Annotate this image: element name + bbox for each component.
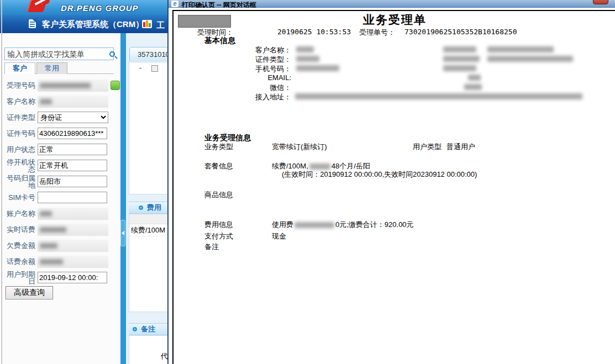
customer-sidebar: 客户 常用 受理号码 客户名称 证件类型 身份证 (2, 33, 120, 364)
package-validity: (生效时间：20190912 00:00:00,失效时间20230912 00:… (282, 170, 477, 180)
chart-icon (142, 20, 152, 28)
sidebar-tabs: 客户 常用 (4, 62, 114, 74)
expiry-input[interactable] (38, 272, 107, 283)
radio-ring-icon (133, 327, 137, 331)
remark-label: 备注 (204, 242, 219, 252)
row-label: 手机号码： (174, 64, 291, 74)
dialog-title-bar[interactable]: e 打印确认页 -- 网页对话框 (169, 0, 615, 8)
document-icon (29, 19, 36, 28)
accept-time-value: 20190625 10:53:53 (277, 28, 351, 36)
field-label: 欠费金额 (3, 242, 38, 249)
pay-label: 支付方式 (204, 231, 233, 241)
field-label: 停开机状态 (3, 159, 38, 173)
field-label: 用户到期日 (3, 271, 38, 285)
screen: DR.PENG GROUP 客户关系管理系统（CRM） 工 客户 常用 受理号码 (0, 0, 615, 364)
nav-item-partial[interactable]: 工 (156, 20, 165, 31)
field-row-customer-name: 客户名称 (3, 93, 119, 109)
redacted-value (38, 80, 108, 92)
pay-value: 现金 (272, 231, 286, 241)
field-row-expiry: 用户到期日 (3, 270, 119, 286)
customer-fields: 受理号码 客户名称 证件类型 身份证 证件号码 (3, 77, 119, 286)
collapse-sidebar-handle[interactable] (120, 220, 125, 246)
cert-type-select[interactable]: 身份证 (38, 112, 108, 123)
lookup-button[interactable] (111, 81, 120, 90)
small-toggle-icon[interactable] (151, 65, 158, 72)
cert-no-input[interactable] (38, 128, 107, 139)
workspace-panel: - (129, 62, 169, 194)
redacted-text (443, 65, 476, 71)
field-row-balance: 话费余额 (3, 254, 119, 270)
business-type-value: 宽带续订(新续订) (272, 142, 327, 152)
redacted-text (464, 84, 482, 90)
power-status-input[interactable] (38, 160, 107, 171)
redacted-value (38, 224, 108, 236)
user-status-input[interactable] (38, 144, 107, 155)
redacted-text (295, 222, 334, 228)
ie-icon: e (171, 1, 178, 7)
user-type-label: 用户类型 (413, 142, 441, 152)
field-label: 受理号码 (3, 82, 38, 89)
field-label: 证件类型 (3, 114, 38, 121)
field-row-cert-type: 证件类型 身份证 (3, 109, 119, 125)
note-section-label: 备注 (141, 324, 155, 334)
workspace-tab[interactable]: 35731010 (129, 47, 169, 61)
drpeng-logo-icon (29, 0, 57, 13)
print-dialog: e 打印确认页 -- 网页对话框 业务受理单 受理时间： 20190625 10… (167, 0, 615, 364)
field-row-accept-no: 受理号码 (3, 77, 119, 93)
minus-label: - (139, 64, 141, 72)
menu-search-input[interactable] (5, 50, 109, 59)
note-section-header[interactable]: 备注 (129, 323, 169, 335)
row-label: 证件类型： (174, 55, 291, 65)
accept-no-label: 受理单号： (359, 28, 395, 38)
field-row-user-status: 用户状态 (3, 141, 119, 157)
business-type-label: 业务类型 (204, 142, 233, 152)
search-icon (109, 51, 115, 57)
note-panel: 代 (129, 335, 169, 364)
field-row-account-name: 账户名称 (3, 205, 119, 221)
number-region-input[interactable] (38, 176, 107, 187)
redacted-text (487, 46, 554, 52)
accept-no-value: 73020190625105352B10168250 (404, 28, 517, 36)
redacted-text (296, 46, 314, 52)
field-row-power-status: 停开机状态 (3, 157, 119, 173)
tab-common[interactable]: 常用 (36, 62, 67, 74)
redacted-text (296, 65, 339, 71)
receipt-print-area: 业务受理单 受理时间： 20190625 10:53:53 受理单号： 7302… (172, 10, 615, 364)
fee-section-header[interactable]: 费用 (129, 202, 169, 214)
redacted-value (38, 96, 108, 108)
fee-section-label: 费用 (147, 203, 161, 213)
field-label: 用户状态 (3, 146, 38, 153)
redacted-value (38, 208, 108, 220)
row-label: EMAIL: (174, 73, 291, 82)
package-label: 套餐信息 (204, 161, 233, 171)
menu-search-box (4, 48, 114, 60)
window-frame-edge (1, 0, 2, 364)
logo-text: DR.PENG GROUP (61, 3, 139, 13)
field-label: 账户名称 (3, 210, 38, 217)
fee-list-row[interactable]: 续费/100M (129, 224, 169, 236)
row-label: 接入地址： (174, 92, 291, 102)
field-label: 客户名称 (3, 98, 38, 105)
redacted-text (487, 56, 573, 62)
field-label: SIM卡号 (3, 194, 38, 201)
advanced-search-button[interactable]: 高级查询 (6, 286, 53, 299)
redacted-text (443, 56, 480, 62)
row-label: 客户名称： (174, 45, 291, 55)
dialog-close-button[interactable] (593, 0, 608, 4)
fee-list-panel: 续费/100M (129, 214, 169, 312)
redacted-text (443, 46, 476, 52)
redacted-value (38, 240, 108, 252)
receipt-title: 业务受理单 (174, 12, 615, 28)
goods-label: 商品信息 (204, 190, 233, 200)
redacted-text (468, 75, 481, 81)
tab-customer[interactable]: 客户 (4, 62, 35, 74)
collapse-arrow-icon (122, 231, 124, 235)
user-type-value: 普通用户 (446, 142, 475, 152)
redacted-text (309, 163, 330, 170)
redacted-value (38, 256, 108, 268)
field-label: 话费余额 (3, 258, 38, 265)
field-row-sim: SIM卡号 (3, 189, 119, 205)
sim-input[interactable] (38, 192, 107, 203)
fee-label: 费用信息 (204, 220, 233, 230)
field-label: 证件号码 (3, 130, 38, 137)
